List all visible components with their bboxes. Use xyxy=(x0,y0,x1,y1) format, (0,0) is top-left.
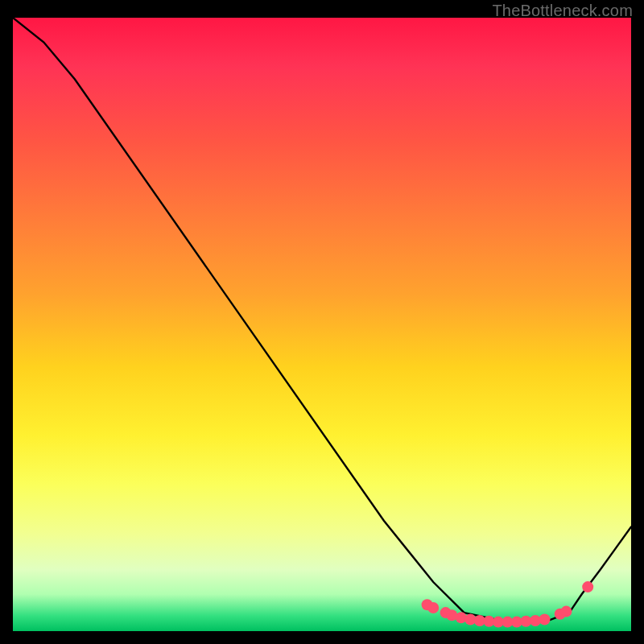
chart-marker-dot xyxy=(582,581,593,592)
chart-marker-dot xyxy=(539,614,551,625)
chart-curve-line xyxy=(13,18,631,622)
chart-plot-area xyxy=(13,18,631,631)
chart-marker-dot xyxy=(560,606,572,617)
chart-marker-group xyxy=(422,581,594,628)
chart-svg xyxy=(13,18,631,631)
chart-marker-dot xyxy=(427,602,439,613)
